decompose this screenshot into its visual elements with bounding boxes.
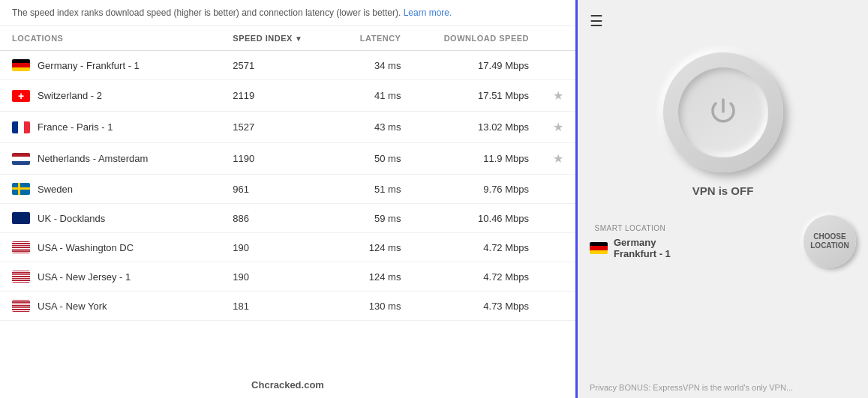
latency-value: 50 ms (337, 143, 413, 175)
table-row[interactable]: Switzerland - 2211941 ms17.51 Mbps★ (0, 80, 575, 112)
flag-us (12, 271, 30, 283)
location-info: GermanyFrankfurt - 1 (590, 237, 671, 259)
table-row[interactable]: USA - Washington DC190124 ms4.72 Mbps (0, 233, 575, 262)
smart-location-label-area: SMART LOCATION GermanyFrankfurt - 1 (590, 224, 671, 259)
location-cell: USA - Washington DC (0, 233, 188, 262)
location-name: USA - New Jersey - 1 (38, 271, 131, 283)
location-name: USA - New York (38, 301, 107, 312)
location-cell: Switzerland - 2 (0, 80, 188, 112)
favorite-star (541, 175, 575, 204)
favorite-star (541, 262, 575, 292)
download-speed-value: 4.72 Mbps (413, 233, 541, 262)
location-cell: USA - New York (0, 292, 188, 321)
flag-nl (12, 153, 30, 165)
table-row[interactable]: Netherlands - Amsterdam119050 ms11.9 Mbp… (0, 143, 575, 175)
table-row[interactable]: France - Paris - 1152743 ms13.02 Mbps★ (0, 112, 575, 143)
right-panel: ☰ VPN is OFF SMART LOCATION GermanyFrank… (578, 0, 868, 398)
speed-table: LOCATIONS SPEED INDEX LATENCY DOWNLOAD S… (0, 26, 575, 321)
location-cell: Germany - Frankfurt - 1 (0, 51, 188, 80)
col-download-speed: DOWNLOAD SPEED (413, 26, 541, 51)
col-latency: LATENCY (337, 26, 413, 51)
col-locations: LOCATIONS (0, 26, 188, 51)
speed-index-value: 2119 (188, 80, 336, 112)
flag-us (12, 300, 30, 312)
latency-value: 124 ms (337, 262, 413, 292)
location-cell: UK - Docklands (0, 204, 188, 233)
location-name: Switzerland - 2 (38, 90, 102, 101)
power-button-outer (663, 52, 783, 172)
location-cell: Netherlands - Amsterdam (0, 143, 188, 175)
location-cell: Sweden (0, 175, 188, 204)
choose-location-button[interactable]: CHOOSELOCATION (803, 215, 856, 268)
flag-de (12, 59, 30, 71)
location-cell: France - Paris - 1 (0, 112, 188, 143)
location-cell: USA - New Jersey - 1 (0, 262, 188, 292)
speed-index-value: 1190 (188, 143, 336, 175)
power-icon (704, 94, 742, 131)
flag-ch (12, 90, 30, 102)
location-name: USA - Washington DC (38, 242, 134, 253)
latency-value: 34 ms (337, 51, 413, 80)
speed-index-value: 961 (188, 175, 336, 204)
flag-gb (12, 212, 30, 224)
download-speed-value: 4.72 Mbps (413, 262, 541, 292)
smart-location-flag (590, 242, 608, 254)
latency-value: 43 ms (337, 112, 413, 143)
table-row[interactable]: USA - New Jersey - 1190124 ms4.72 Mbps (0, 262, 575, 292)
download-speed-value: 4.73 Mbps (413, 292, 541, 321)
favorite-star (541, 51, 575, 80)
favorite-star[interactable]: ★ (541, 143, 575, 175)
speed-index-value: 190 (188, 262, 336, 292)
location-name: France - Paris - 1 (38, 121, 113, 133)
speed-table-container: LOCATIONS SPEED INDEX LATENCY DOWNLOAD S… (0, 26, 575, 372)
favorite-star[interactable]: ★ (541, 112, 575, 143)
table-row[interactable]: Germany - Frankfurt - 1257134 ms17.49 Mb… (0, 51, 575, 80)
power-button[interactable] (678, 67, 768, 157)
privacy-bonus: Privacy BONUS: ExpressVPN is the world's… (590, 383, 856, 392)
location-name: UK - Docklands (38, 213, 105, 224)
info-text: The speed index ranks download speed (hi… (12, 7, 401, 18)
left-panel: The speed index ranks download speed (hi… (0, 0, 578, 398)
download-speed-value: 17.49 Mbps (413, 51, 541, 80)
hamburger-button[interactable]: ☰ (590, 12, 603, 30)
flag-us (12, 241, 30, 253)
download-speed-value: 9.76 Mbps (413, 175, 541, 204)
flag-se (12, 183, 30, 195)
speed-index-value: 886 (188, 204, 336, 233)
smart-location-label: SMART LOCATION (595, 224, 666, 232)
latency-value: 41 ms (337, 80, 413, 112)
favorite-star (541, 233, 575, 262)
footer-watermark: Chcracked.com (0, 372, 575, 398)
download-speed-value: 13.02 Mbps (413, 112, 541, 143)
table-row[interactable]: UK - Docklands88659 ms10.46 Mbps (0, 204, 575, 233)
table-row[interactable]: Sweden96151 ms9.76 Mbps (0, 175, 575, 204)
favorite-star (541, 292, 575, 321)
favorite-star[interactable]: ★ (541, 80, 575, 112)
latency-value: 51 ms (337, 175, 413, 204)
speed-index-value: 190 (188, 233, 336, 262)
smart-location-name: GermanyFrankfurt - 1 (614, 237, 671, 259)
download-speed-value: 17.51 Mbps (413, 80, 541, 112)
flag-fr (12, 121, 30, 133)
speed-index-value: 181 (188, 292, 336, 321)
col-speed-index[interactable]: SPEED INDEX (188, 26, 336, 51)
vpn-status: VPN is OFF (692, 184, 754, 197)
location-name: Netherlands - Amsterdam (38, 153, 148, 164)
learn-more-link[interactable]: Learn more. (404, 7, 452, 18)
location-name: Sweden (38, 184, 73, 195)
latency-value: 124 ms (337, 233, 413, 262)
download-speed-value: 11.9 Mbps (413, 143, 541, 175)
latency-value: 59 ms (337, 204, 413, 233)
favorite-star (541, 204, 575, 233)
vpn-power-area: VPN is OFF SMART LOCATION GermanyFrankfu… (590, 52, 856, 268)
smart-location-area: SMART LOCATION GermanyFrankfurt - 1 CHOO… (590, 215, 856, 268)
info-bar: The speed index ranks download speed (hi… (0, 0, 575, 26)
speed-index-value: 1527 (188, 112, 336, 143)
latency-value: 130 ms (337, 292, 413, 321)
location-name: Germany - Frankfurt - 1 (38, 60, 140, 71)
table-row[interactable]: USA - New York181130 ms4.73 Mbps (0, 292, 575, 321)
download-speed-value: 10.46 Mbps (413, 204, 541, 233)
speed-index-value: 2571 (188, 51, 336, 80)
